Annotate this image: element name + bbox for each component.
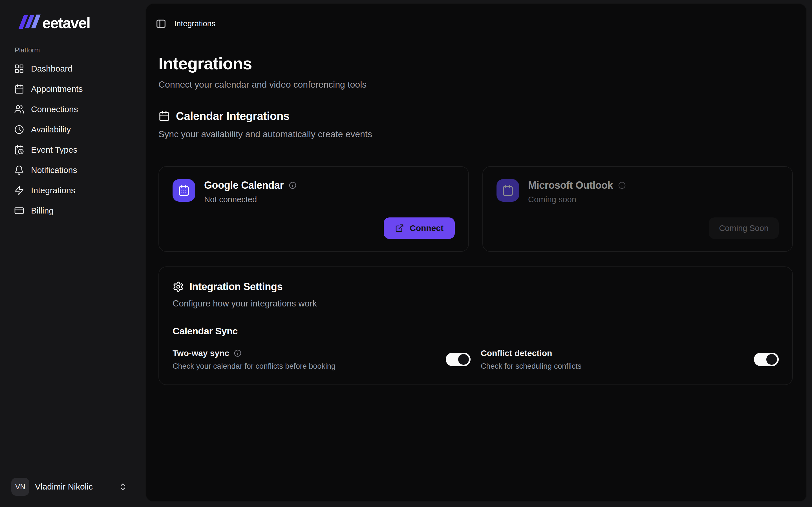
sidebar-toggle-button[interactable]	[156, 18, 167, 29]
brand-wordmark: eetavel	[42, 16, 90, 29]
setting-description: Check your calendar for conflicts before…	[172, 361, 446, 371]
panel-header: Integrations	[146, 4, 806, 30]
calendar-section-subtitle: Sync your availability and automatically…	[158, 128, 793, 140]
coming-soon-badge: Coming Soon	[709, 217, 779, 239]
external-link-icon	[395, 224, 404, 233]
calendar-icon	[158, 110, 170, 122]
user-menu-button[interactable]: VN Vladimir Nikolic	[7, 474, 139, 499]
sidebar-item-notifications[interactable]: Notifications	[9, 160, 137, 180]
integration-settings-card: Integration Settings Configure how your …	[158, 267, 793, 385]
info-icon[interactable]	[234, 349, 242, 357]
calendar-clock-icon	[14, 145, 24, 155]
google-calendar-icon	[172, 179, 195, 202]
sidebar-item-integrations[interactable]: Integrations	[9, 180, 137, 201]
integration-status: Coming soon	[528, 195, 626, 204]
brand-logo: eetavel	[18, 12, 137, 29]
gear-icon	[172, 281, 184, 292]
setting-row-conflict-detection: Conflict detection Check for scheduling …	[481, 348, 779, 371]
settings-section-subtitle: Configure how your integrations work	[172, 297, 779, 310]
microsoft-outlook-icon	[497, 179, 519, 202]
calendar-section-header: Calendar Integrations	[158, 109, 793, 123]
brand-mark-icon	[18, 13, 41, 29]
user-name: Vladimir Nikolic	[35, 482, 93, 492]
calendar-sync-group-title: Calendar Sync	[172, 326, 779, 337]
integration-card-microsoft-outlook: Microsoft Outlook Coming soon Coming Soo…	[483, 166, 793, 252]
setting-row-two-way-sync: Two-way sync Check your calendar for con…	[172, 348, 470, 371]
app-root: eetavel Platform Dashboard Appointments …	[0, 0, 812, 507]
page-content: Integrations Connect your calendar and v…	[146, 54, 806, 385]
zap-icon	[14, 185, 24, 195]
info-icon[interactable]	[289, 181, 297, 189]
dashboard-grid-icon	[14, 64, 24, 74]
avatar: VN	[11, 478, 29, 496]
setting-label: Conflict detection	[481, 348, 552, 358]
sidebar-item-appointments[interactable]: Appointments	[9, 79, 137, 99]
conflict-detection-toggle[interactable]	[754, 353, 779, 366]
sidebar-footer: VN Vladimir Nikolic	[0, 469, 146, 507]
settings-toggles-grid: Two-way sync Check your calendar for con…	[172, 348, 779, 371]
sidebar-item-connections[interactable]: Connections	[9, 99, 137, 119]
credit-card-icon	[14, 206, 24, 216]
chevrons-up-down-icon	[118, 482, 128, 491]
integration-cards-grid: Google Calendar Not connected Connect	[158, 166, 793, 252]
breadcrumb: Integrations	[174, 19, 215, 28]
settings-section-header: Integration Settings	[172, 281, 779, 293]
info-icon	[618, 181, 626, 189]
main-panel: Integrations Integrations Connect your c…	[146, 3, 807, 502]
calendar-icon	[14, 84, 24, 94]
integration-name: Microsoft Outlook	[528, 179, 613, 191]
integration-card-google-calendar: Google Calendar Not connected Connect	[158, 166, 469, 252]
integration-status: Not connected	[204, 195, 297, 204]
two-way-sync-toggle[interactable]	[446, 353, 470, 366]
settings-section-title: Integration Settings	[190, 281, 283, 293]
sidebar-item-event-types[interactable]: Event Types	[9, 140, 137, 160]
page-title: Integrations	[158, 54, 793, 74]
sidebar-section-label: Platform	[15, 46, 137, 54]
sidebar-item-dashboard[interactable]: Dashboard	[9, 59, 137, 79]
users-icon	[14, 104, 24, 114]
integration-name: Google Calendar	[204, 179, 284, 191]
setting-label: Two-way sync	[172, 348, 229, 358]
page-subtitle: Connect your calendar and video conferen…	[158, 78, 793, 91]
connect-button[interactable]: Connect	[384, 217, 455, 239]
panel-left-icon	[156, 18, 166, 29]
calendar-section-title: Calendar Integrations	[176, 109, 290, 123]
bell-icon	[14, 165, 24, 175]
sidebar-item-billing[interactable]: Billing	[9, 201, 137, 221]
sidebar-nav: Dashboard Appointments Connections Avail…	[0, 59, 146, 221]
clock-icon	[14, 124, 24, 135]
sidebar-item-availability[interactable]: Availability	[9, 119, 137, 140]
sidebar: eetavel Platform Dashboard Appointments …	[0, 0, 146, 507]
setting-description: Check for scheduling conflicts	[481, 361, 754, 371]
